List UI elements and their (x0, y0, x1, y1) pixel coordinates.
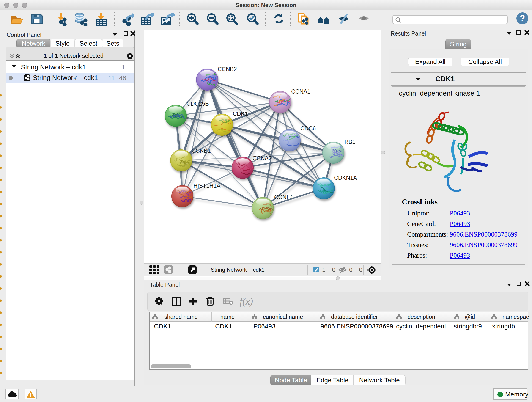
svg-text:CCNB2: CCNB2 (218, 66, 237, 72)
svg-text:CDK1: CDK1 (233, 110, 248, 117)
svg-text:?: ? (520, 13, 525, 23)
svg-text:CCNA1: CCNA1 (291, 88, 310, 95)
svg-text:CDKN1A: CDKN1A (334, 174, 357, 181)
svg-text:CCNA2: CCNA2 (253, 155, 272, 161)
svg-text:CCNB1: CCNB1 (191, 147, 211, 154)
svg-text:CDC6: CDC6 (300, 125, 316, 132)
svg-text:CCNE1: CCNE1 (274, 194, 293, 200)
svg-text:RB1: RB1 (344, 139, 355, 145)
svg-text:HIST1H1A: HIST1H1A (193, 182, 220, 189)
svg-text:CDC25B: CDC25B (186, 100, 209, 107)
